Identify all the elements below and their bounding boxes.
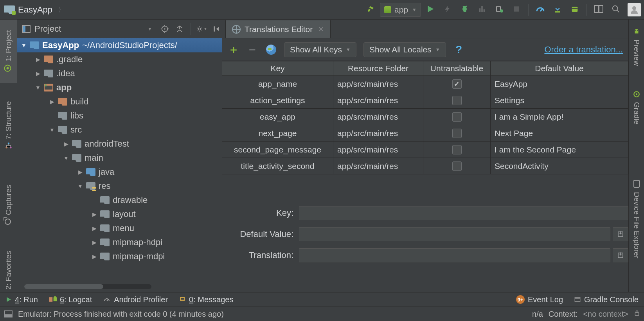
default-value-input[interactable] [299,227,610,241]
breadcrumb[interactable]: EasyApp 〉 [0,5,65,15]
table-row[interactable]: action_settingsapp/src/main/resSettings [222,92,628,109]
tree-root[interactable]: EasyApp ~/AndroidStudioProjects/ [17,38,222,52]
apply-changes-button[interactable] [440,3,455,17]
cell-untranslatable[interactable] [423,92,491,108]
cell-untranslatable[interactable] [423,76,491,92]
th-untranslatable[interactable]: Untranslatable [423,61,491,75]
order-translation-link[interactable]: Order a translation... [544,45,623,55]
tree-node[interactable]: res [17,179,222,193]
tree-node[interactable]: .idea [17,66,222,81]
th-resource-folder[interactable]: Resource Folder [333,61,423,75]
cell-key[interactable]: title_activity_second [222,158,333,174]
disclosure-icon[interactable] [91,225,98,231]
disclosure-icon[interactable] [77,183,84,189]
browse-resource-button[interactable] [613,248,628,262]
stop-button[interactable] [509,3,524,17]
scrollbar-thumb[interactable] [24,284,103,289]
user-avatar[interactable] [628,3,641,16]
filter-locales-dropdown[interactable]: Show All Locales ▼ [363,42,446,57]
cell-untranslatable[interactable] [423,125,491,141]
cell-default-value[interactable]: Next Page [491,125,628,141]
project-view-select[interactable]: Project [34,24,61,34]
tool-window-logcat[interactable]: 6: Logcat [49,295,92,304]
cell-key[interactable]: app_name [222,76,333,92]
encoding-indicator[interactable]: n/a [532,310,543,319]
cell-key[interactable]: next_page [222,125,333,141]
cell-default-value[interactable]: I am the Second Page [491,142,628,158]
tool-window-gradle-console[interactable]: Gradle Console [574,295,639,304]
search-button[interactable] [608,3,624,17]
browse-resource-button[interactable] [613,227,628,241]
cell-resource-folder[interactable]: app/src/main/res [333,92,423,108]
settings-button[interactable]: ▼ [196,23,207,34]
cell-key[interactable]: easy_app [222,109,333,125]
untranslatable-checkbox[interactable] [452,161,462,171]
tree-node[interactable]: java [17,165,222,179]
profile-button[interactable] [474,3,490,17]
add-locale-button[interactable] [265,44,277,56]
remove-key-button[interactable]: − [246,44,258,56]
tree-node[interactable]: menu [17,221,222,235]
tree-node[interactable]: .gradle [17,52,222,66]
th-default-value[interactable]: Default Value [491,61,628,75]
hide-button[interactable] [211,23,222,34]
disclosure-icon[interactable] [34,70,41,77]
table-row[interactable]: easy_appapp/src/main/resI am a Simple Ap… [222,109,628,125]
tree-node[interactable]: src [17,123,222,137]
tree-node[interactable]: build [17,95,222,109]
tool-window-captures[interactable]: Captures [0,176,17,235]
sync-button[interactable] [532,3,548,17]
tree-node[interactable]: libs [17,109,222,123]
cell-untranslatable[interactable] [423,158,491,174]
table-row[interactable]: next_pageapp/src/main/resNext Page [222,125,628,142]
cell-resource-folder[interactable]: app/src/main/res [333,142,423,158]
cell-default-value[interactable]: Settings [491,92,628,108]
tab-translations-editor[interactable]: Translations Editor ✕ [225,20,331,38]
cell-resource-folder[interactable]: app/src/main/res [333,109,423,125]
disclosure-icon[interactable] [49,99,56,105]
disclosure-icon[interactable] [77,169,84,175]
untranslatable-checkbox[interactable] [452,79,462,89]
collapse-all-button[interactable] [174,23,185,34]
filter-keys-dropdown[interactable]: Show All Keys ▼ [284,42,356,57]
sdk-manager-button[interactable] [567,3,583,17]
build-button[interactable] [363,3,378,17]
tool-window-gradle[interactable]: Gradle [629,82,644,133]
chevron-down-icon[interactable]: ▼ [148,26,152,32]
table-row[interactable]: second_page_messageapp/src/main/resI am … [222,142,628,158]
disclosure-icon[interactable] [91,211,98,217]
cell-default-value[interactable]: EasyApp [491,76,628,92]
cell-default-value[interactable]: I am a Simple App! [491,109,628,125]
tool-window-preview[interactable]: Preview [629,20,644,74]
th-key[interactable]: Key [222,61,333,75]
add-key-button[interactable]: ＋ [228,44,239,56]
disclosure-icon[interactable] [49,127,56,133]
tree-node[interactable]: androidTest [17,137,222,151]
attach-debugger-button[interactable] [491,3,507,17]
cell-untranslatable[interactable] [423,142,491,158]
untranslatable-checkbox[interactable] [452,145,462,154]
tree-node[interactable]: drawable [17,193,222,207]
locate-button[interactable] [159,23,170,34]
tool-window-structure[interactable]: 7: Structure [0,90,17,160]
context-value[interactable]: <no context> [583,310,628,319]
disclosure-icon[interactable] [63,155,70,161]
tree-node-module[interactable]: app [17,81,222,95]
cell-resource-folder[interactable]: app/src/main/res [333,76,423,92]
avd-manager-button[interactable] [550,3,565,17]
tool-windows-button[interactable] [4,310,13,317]
tree-node[interactable]: main [17,151,222,165]
cell-resource-folder[interactable]: app/src/main/res [333,125,423,141]
table-row[interactable]: title_activity_secondapp/src/main/resSec… [222,158,628,174]
debug-button[interactable] [457,3,473,17]
tree-node[interactable]: mipmap-mdpi [17,249,222,264]
key-input[interactable] [299,206,628,220]
run-button[interactable] [423,3,438,17]
cell-key[interactable]: action_settings [222,92,333,108]
close-icon[interactable]: ✕ [318,25,324,34]
disclosure-icon[interactable] [34,56,41,63]
layout-button[interactable] [591,3,606,17]
tool-window-profiler[interactable]: Android Profiler [103,295,168,304]
project-tree[interactable]: EasyApp ~/AndroidStudioProjects/ .gradle… [17,38,222,292]
lock-icon[interactable] [634,310,640,319]
